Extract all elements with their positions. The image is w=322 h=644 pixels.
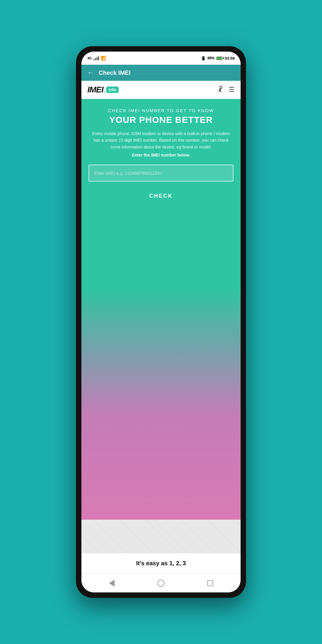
wifi-icon: 📶 xyxy=(101,56,106,61)
nav-recent-button[interactable] xyxy=(206,579,215,588)
web-content: IMEI . info ☧ ☰ CHECK IMEI NUMBER TO GET… xyxy=(81,81,241,592)
vibrate-icon: 📳 xyxy=(201,56,206,61)
site-header: IMEI . info ☧ ☰ xyxy=(81,81,241,99)
easy-title-bar: It's easy as 1, 2, 3 xyxy=(81,553,241,573)
easy-title: It's easy as 1, 2, 3 xyxy=(136,560,186,566)
hero-description: Every mobile phone, GSM modem or device … xyxy=(89,130,233,150)
back-button[interactable]: ← xyxy=(87,69,94,77)
check-button[interactable]: CHECK xyxy=(131,188,191,205)
network-indicator: 4G xyxy=(87,56,92,60)
logo-imei-text: IMEI xyxy=(87,85,103,95)
user-icon[interactable]: ☧ xyxy=(218,86,223,94)
hero-section: CHECK IMEI NUMBER TO GET TO KNOW YOUR PH… xyxy=(81,99,241,520)
nav-home-button[interactable] xyxy=(157,579,165,588)
hero-title: YOUR PHONE BETTER xyxy=(89,115,233,125)
nav-home-icon xyxy=(157,580,165,587)
phone-frame: 4G 📶 📳 89% 03:59 ← Check I xyxy=(76,46,246,598)
clock: 03:59 xyxy=(225,56,235,61)
imei-input-wrapper xyxy=(89,165,233,182)
imei-logo: IMEI . info xyxy=(87,85,119,95)
easy-section: It's easy as 1, 2, 3 xyxy=(81,520,241,573)
app-bar-title: Check IMEI xyxy=(99,69,131,76)
phone-screen: 4G 📶 📳 89% 03:59 ← Check I xyxy=(81,52,241,592)
nav-back-icon xyxy=(109,580,114,587)
hero-subtitle: CHECK IMEI NUMBER TO GET TO KNOW xyxy=(89,108,233,113)
battery-percent: 89% xyxy=(208,56,215,60)
signal-bars xyxy=(94,56,99,60)
nav-recent-icon xyxy=(207,580,213,586)
imei-input[interactable] xyxy=(89,165,233,182)
logo-dot: . xyxy=(103,85,106,95)
app-bar: ← Check IMEI xyxy=(81,65,241,81)
info-badge: info xyxy=(106,86,119,93)
battery-icon xyxy=(216,57,223,60)
status-left: 4G 📶 xyxy=(87,56,106,61)
header-icons: ☧ ☰ xyxy=(218,86,235,94)
hero-cta: Enter the IMEI number below. xyxy=(89,153,233,157)
status-bar: 4G 📶 📳 89% 03:59 xyxy=(81,52,241,65)
menu-icon[interactable]: ☰ xyxy=(229,86,235,94)
nav-back-button[interactable] xyxy=(107,579,116,588)
nav-bar xyxy=(81,573,241,592)
status-right: 📳 89% 03:59 xyxy=(201,56,235,61)
